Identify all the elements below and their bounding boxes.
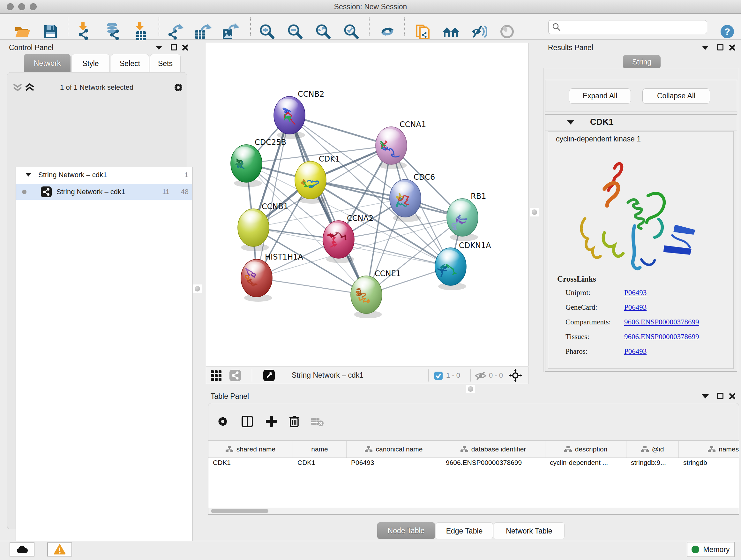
search-box[interactable]	[548, 20, 707, 34]
refresh-view-icon[interactable]	[380, 24, 395, 39]
table-horizontal-scrollbar[interactable]	[208, 508, 739, 514]
zoom-fit-icon[interactable]	[315, 23, 331, 40]
table-cell[interactable]: CDK1	[213, 459, 231, 466]
export-network-icon[interactable]: ;	[166, 23, 185, 40]
network-node-CCNB2[interactable]: CCNB2	[274, 90, 324, 139]
network-node-RB1[interactable]: RB1	[447, 192, 486, 241]
show-hide-graphics-icon[interactable]	[471, 24, 487, 39]
table-cell[interactable]: CDK1	[297, 459, 315, 466]
network-row-selected[interactable]: String Network – cdk1 11 48	[16, 184, 192, 200]
fit-crosshair-icon[interactable]	[509, 369, 522, 382]
column-header-description[interactable]: description	[545, 441, 626, 457]
network-node-CDC6[interactable]: CDC6	[390, 173, 435, 222]
table-tab-edge-table[interactable]: Edge Table	[435, 522, 493, 539]
table-cell[interactable]: stringdb:9...	[631, 459, 666, 466]
control-tab-network[interactable]: Network	[24, 54, 71, 72]
export-table-icon[interactable]: ;	[194, 23, 212, 40]
network-edge[interactable]	[339, 240, 451, 266]
table-cell[interactable]: P06493	[351, 459, 374, 466]
crosslink-link[interactable]: 9606.ENSP00000378699	[624, 333, 699, 341]
gene-collapse-icon[interactable]	[567, 120, 574, 125]
table-cell[interactable]: 9606.ENSP00000378699	[446, 459, 522, 466]
table-cell[interactable]: cyclin-dependent ...	[550, 459, 608, 466]
sphere-icon[interactable]	[500, 24, 515, 39]
crosslink-link[interactable]: P06493	[624, 303, 647, 312]
results-panel-close-icon[interactable]	[728, 44, 735, 51]
network-edge[interactable]	[257, 278, 366, 295]
control-tab-style[interactable]: Style	[71, 54, 110, 72]
node-table[interactable]: shared name name canonical name database…	[208, 441, 739, 515]
hidden-eye-icon	[474, 371, 487, 381]
zoom-out-icon[interactable]	[287, 23, 303, 40]
import-table-file-icon[interactable]	[134, 22, 149, 41]
crosslink-link[interactable]: 9606.ENSP00000378699	[624, 318, 699, 326]
crosslink-link[interactable]: P06493	[624, 348, 647, 356]
import-network-database-icon[interactable]	[105, 22, 122, 41]
results-tab-string[interactable]: String	[623, 55, 661, 69]
memory-button[interactable]: Memory	[687, 542, 735, 557]
add-column-icon[interactable]	[265, 415, 277, 428]
results-panel-float-icon[interactable]	[717, 44, 724, 51]
control-tab-sets[interactable]: Sets	[150, 54, 181, 72]
zoom-in-icon[interactable]	[259, 23, 275, 40]
column-header--id[interactable]: @id	[626, 441, 679, 457]
results-panel-collapse-icon[interactable]	[702, 46, 709, 50]
document-share-icon[interactable]	[415, 23, 430, 41]
left-splitter-handle[interactable]	[193, 285, 202, 293]
grid-view-icon[interactable]	[211, 370, 221, 381]
network-node-CCNA1[interactable]: CCNA1	[376, 120, 426, 169]
help-icon[interactable]: ?	[720, 24, 735, 39]
network-node-CDKN1A[interactable]: CDKN1A	[435, 241, 491, 290]
table-panel-float-icon[interactable]	[717, 393, 724, 399]
column-header-name[interactable]: name	[293, 441, 347, 457]
column-header-canonical-name[interactable]: canonical name	[347, 441, 441, 457]
scrollbar-thumb[interactable]	[211, 509, 268, 513]
network-options-gear-icon[interactable]	[174, 83, 183, 92]
column-header-namespace[interactable]: namespace	[679, 441, 739, 457]
network-node-count: 11	[150, 188, 170, 196]
import-network-file-icon[interactable]	[77, 22, 93, 41]
zoom-selected-icon[interactable]	[343, 23, 359, 40]
control-tab-select[interactable]: Select	[111, 54, 149, 72]
table-cell[interactable]: stringdb	[683, 459, 707, 466]
column-header-shared-name[interactable]: shared name	[208, 441, 293, 457]
table-tab-node-table[interactable]: Node Table	[377, 522, 435, 539]
gene-section-header[interactable]: CDK1	[545, 115, 737, 131]
table-tab-network-table[interactable]: Network Table	[494, 522, 564, 539]
cloud-button[interactable]	[10, 543, 35, 557]
network-collection-row[interactable]: String Network – cdk1 1	[16, 167, 192, 183]
control-panel-collapse-icon[interactable]	[155, 46, 162, 50]
collapse-all-button[interactable]: Collapse All	[643, 88, 710, 104]
node-label-CDC6: CDC6	[414, 173, 435, 182]
column-header-database-identifier[interactable]: database identifier	[441, 441, 545, 457]
network-list: String Network – cdk1 1 String Network –…	[16, 167, 192, 560]
save-session-icon[interactable]	[43, 24, 58, 39]
collection-expand-icon[interactable]	[25, 173, 31, 177]
expand-all-button[interactable]: Expand All	[569, 88, 631, 104]
control-panel-float-icon[interactable]	[171, 44, 177, 51]
table-panel-close-icon[interactable]	[728, 393, 735, 400]
show-columns-icon[interactable]	[242, 415, 253, 428]
delete-table-icon[interactable]	[311, 417, 324, 427]
birds-eye-view-icon[interactable]	[263, 369, 275, 381]
houses-icon[interactable]	[442, 24, 460, 39]
warning-button[interactable]	[47, 543, 72, 557]
expand-all-networks-icon[interactable]	[24, 83, 36, 92]
network-canvas[interactable]: CCNB2 CCNA1 CDC25B CDK1 CDC6 RB1 CCNB1	[206, 43, 529, 366]
control-panel-close-icon[interactable]	[181, 44, 188, 51]
bottom-splitter-handle[interactable]	[466, 385, 475, 393]
delete-column-icon[interactable]	[289, 415, 300, 428]
crosslink-link[interactable]: P06493	[624, 289, 647, 297]
right-splitter-handle[interactable]	[530, 208, 539, 216]
selected-checkbox-icon[interactable]	[434, 371, 443, 380]
search-input[interactable]	[563, 22, 705, 33]
table-panel-collapse-icon[interactable]	[702, 394, 709, 398]
string-share-icon[interactable]	[229, 369, 241, 381]
network-edge[interactable]	[311, 180, 462, 217]
collapse-all-networks-icon[interactable]	[12, 83, 23, 92]
table-options-gear-icon[interactable]	[217, 416, 228, 427]
network-node-HIST1H1A[interactable]: HIST1H1A	[241, 253, 304, 302]
open-session-icon[interactable]	[14, 24, 30, 39]
network-view-toolbar: String Network – cdk1 1 - 0 0 - 0	[206, 367, 529, 384]
export-image-icon[interactable]: ;	[221, 23, 239, 40]
